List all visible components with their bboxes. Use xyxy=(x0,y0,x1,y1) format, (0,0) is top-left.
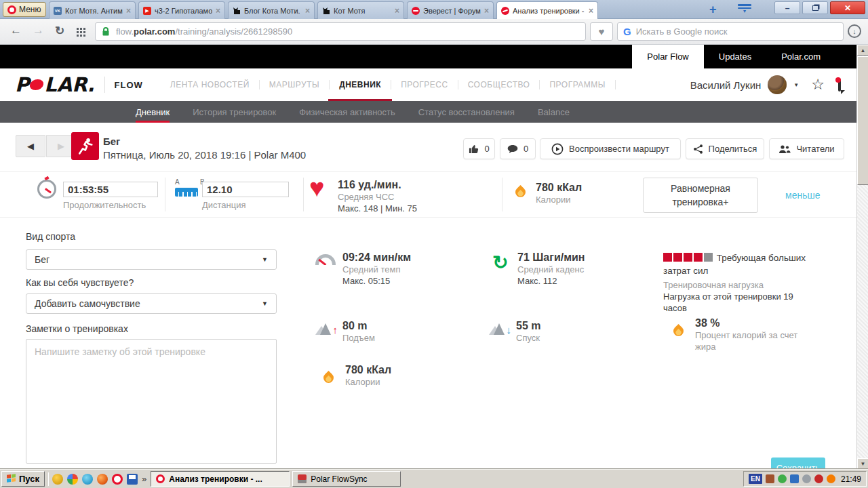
tab-close-icon[interactable]: × xyxy=(589,6,593,16)
quicklaunch-icon-2[interactable] xyxy=(67,474,78,485)
nav-news-feed[interactable]: ЛЕНТА НОВОСТЕЙ xyxy=(161,80,259,89)
avatar[interactable] xyxy=(768,75,787,94)
save-button[interactable]: Сохранить xyxy=(771,458,825,469)
start-button[interactable]: Пуск xyxy=(1,471,45,487)
tab-youtube[interactable]: ▶ ч3-2 Гипоталамо-гипоф × xyxy=(138,1,225,19)
bookmark-heart-icon[interactable]: ♥ xyxy=(590,22,613,41)
quicklaunch-icon-3[interactable] xyxy=(82,474,93,485)
reload-icon[interactable]: ↻ xyxy=(55,24,64,38)
tab-close-icon[interactable]: × xyxy=(395,6,399,16)
tray-icon-6[interactable] xyxy=(827,474,835,483)
taskbar-task-flowsync[interactable]: Polar FlowSync xyxy=(292,471,401,487)
nav-community[interactable]: СООБЩЕСТВО xyxy=(458,80,540,89)
tab-forum[interactable]: Эверест | Форум броса × xyxy=(407,1,494,19)
scroll-up-icon[interactable]: ▲ xyxy=(857,45,868,56)
tray-icon-1[interactable] xyxy=(766,474,774,483)
tab-title: Блог Кота Моти. xyxy=(244,7,302,15)
polar-flow-tab[interactable]: Polar Flow xyxy=(632,45,703,68)
share-button[interactable]: Поделиться xyxy=(686,138,764,159)
browser-menu-button[interactable]: Меню xyxy=(3,2,46,17)
tray-icon-2[interactable] xyxy=(778,474,787,483)
quicklaunch-overflow-icon[interactable]: » xyxy=(142,474,146,484)
tab-cat[interactable]: Кот Мотя × xyxy=(317,1,404,19)
pace-max: Макс. 05:15 xyxy=(342,275,411,287)
nav-diary[interactable]: ДНЕВНИК xyxy=(330,80,391,89)
tab-close-icon[interactable]: × xyxy=(305,6,310,16)
subnav-training-history[interactable]: История тренировок xyxy=(193,101,276,123)
quicklaunch-save-icon[interactable] xyxy=(127,474,138,485)
tab-cat-blog[interactable]: Блог Кота Моти. × xyxy=(228,1,315,19)
feeling-select[interactable]: Добавить самочувствие ▼ xyxy=(26,293,277,314)
notifications-icon[interactable] xyxy=(838,80,841,90)
comment-button[interactable]: 0 xyxy=(500,138,536,159)
notes-textarea[interactable] xyxy=(26,339,277,464)
pace-value: 09:24 мин/км xyxy=(342,251,411,264)
cadence-refresh-icon: ↻ xyxy=(492,254,508,272)
tab-close-icon[interactable]: × xyxy=(216,6,220,16)
search-box[interactable]: G xyxy=(617,22,844,41)
scrollbar-thumb[interactable] xyxy=(857,56,868,185)
scroll-down-icon[interactable]: ▼ xyxy=(857,458,868,469)
less-link[interactable]: меньше xyxy=(785,190,820,201)
subnav-physical-activity[interactable]: Физическая активность xyxy=(299,101,395,123)
quicklaunch-opera-icon[interactable] xyxy=(112,474,123,485)
like-count: 0 xyxy=(484,144,489,154)
user-caret-icon[interactable]: ▼ xyxy=(793,82,799,88)
tray-icon-4[interactable] xyxy=(802,474,811,483)
language-indicator[interactable]: EN xyxy=(749,474,762,484)
sport-type-select[interactable]: Бег ▼ xyxy=(26,249,277,270)
back-icon[interactable]: ← xyxy=(10,24,22,37)
search-input[interactable] xyxy=(636,26,837,37)
restore-icon xyxy=(812,5,818,11)
load-block-empty xyxy=(704,253,713,262)
avg-hr-label: Средняя ЧСС xyxy=(338,191,417,203)
windows-taskbar: Пуск » Анализ тренировки - ... Polar Flo… xyxy=(0,469,868,488)
address-bar[interactable]: flow.polar.com/training/analysis/2661298… xyxy=(95,22,586,41)
close-button[interactable]: ✕ xyxy=(830,1,865,14)
duration-input[interactable] xyxy=(63,182,158,197)
stat-cadence: ↻ 71 Шаги/мин Средний каденс Макс. 112 xyxy=(490,251,585,287)
quicklaunch-icon-1[interactable] xyxy=(52,474,63,485)
google-icon: G xyxy=(623,26,631,37)
minimize-button[interactable]: – xyxy=(774,1,800,14)
fat-value: 38 % xyxy=(695,317,821,329)
ascent-label: Подъем xyxy=(342,332,375,344)
download-icon[interactable]: ↓ xyxy=(848,24,861,38)
nav-routes[interactable]: МАРШРУТЫ xyxy=(260,80,329,89)
new-tab-button[interactable]: + xyxy=(709,3,717,17)
tab-vk[interactable]: VK Кот Мотя. Антимышов × xyxy=(49,1,136,19)
quicklaunch-icon-4[interactable] xyxy=(97,474,108,485)
readers-button[interactable]: Читатели xyxy=(769,138,844,159)
distance-input[interactable] xyxy=(202,182,289,197)
polar-logo[interactable]: PLAR. xyxy=(15,73,95,96)
previous-session-button[interactable]: ◀ xyxy=(16,135,45,157)
tab-list-icon[interactable]: ▾ xyxy=(738,4,751,14)
updates-tab[interactable]: Updates xyxy=(704,45,766,68)
sport-type-label: Вид спорта xyxy=(26,231,75,242)
taskbar-task-analysis[interactable]: Анализ тренировки - ... xyxy=(151,471,290,487)
browser-tab-bar: Меню VK Кот Мотя. Антимышов × ▶ ч3-2 Гип… xyxy=(0,0,868,19)
feeling-label: Как вы себя чувствуете? xyxy=(26,277,134,288)
user-name[interactable]: Василий Лукин xyxy=(690,79,762,91)
speed-dial-icon[interactable] xyxy=(77,28,79,30)
polar-com-tab[interactable]: Polar.com xyxy=(766,45,835,68)
replay-route-button[interactable]: Воспроизвести маршрут xyxy=(540,138,681,159)
nav-programs[interactable]: ПРОГРАММЫ xyxy=(540,80,615,89)
tray-icon-3[interactable] xyxy=(790,474,799,483)
forward-icon[interactable]: → xyxy=(33,24,44,37)
subnav-diary[interactable]: Дневник xyxy=(136,101,170,123)
cat-favicon-icon xyxy=(322,7,330,15)
page-scrollbar[interactable]: ▲ ▼ xyxy=(856,45,868,469)
training-benefit-button[interactable]: Равномерная тренировка+ xyxy=(643,178,758,213)
tab-polar-active[interactable]: Анализ тренировки - Po × xyxy=(496,1,598,19)
opera-task-icon xyxy=(156,474,165,483)
nav-progress[interactable]: ПРОГРЕСС xyxy=(391,80,458,89)
tab-close-icon[interactable]: × xyxy=(484,6,489,16)
tab-close-icon[interactable]: × xyxy=(126,6,131,16)
subnav-recovery-status[interactable]: Статус восстановления xyxy=(418,101,515,123)
favorites-star-icon[interactable]: ☆ xyxy=(811,76,825,94)
restore-button[interactable] xyxy=(802,1,828,14)
subnav-balance[interactable]: Balance xyxy=(538,101,570,123)
like-button[interactable]: 0 xyxy=(463,138,495,159)
tray-icon-5[interactable] xyxy=(814,474,823,483)
